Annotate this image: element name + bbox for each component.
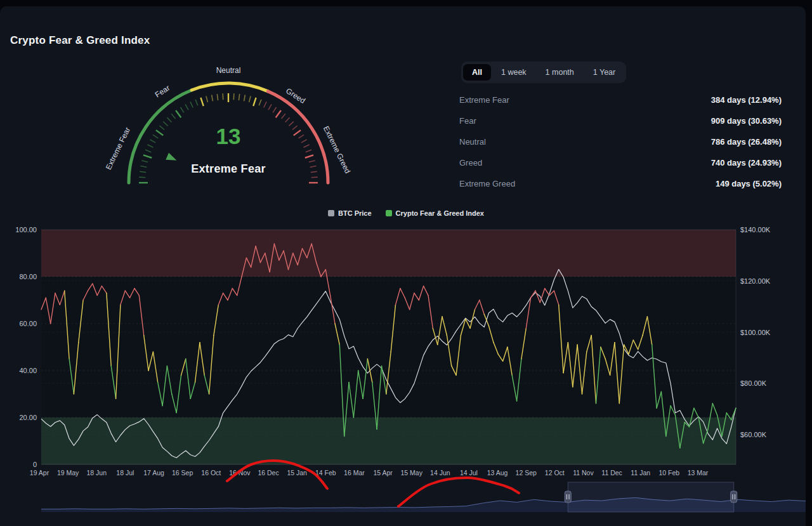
x-axis-tick-label: 14 Jul bbox=[460, 469, 478, 477]
gauge-tick bbox=[195, 100, 198, 105]
x-axis-tick-label: 13 Mar bbox=[688, 469, 709, 477]
legend-swatch-icon bbox=[386, 210, 392, 216]
gauge-tick bbox=[249, 96, 251, 102]
gauge-tick bbox=[176, 110, 181, 117]
gauge-tick bbox=[306, 150, 311, 152]
gauge-tick bbox=[180, 107, 183, 112]
gauge-tick bbox=[259, 100, 261, 105]
stat-row: Greed740 days (24.93%) bbox=[459, 152, 782, 173]
navigator-selection[interactable] bbox=[568, 482, 733, 512]
left-axis-tick-label: 100.00 bbox=[15, 226, 37, 233]
period-tabs: All1 week1 month1 Year bbox=[461, 62, 626, 83]
page-title: Crypto Fear & Greed Index bbox=[10, 34, 150, 47]
stat-row: Extreme Fear384 days (12.94%) bbox=[459, 89, 782, 110]
right-axis-tick-label: $120.00K bbox=[740, 277, 771, 285]
gauge-tick bbox=[311, 171, 317, 172]
stat-value: 786 days (26.48%) bbox=[711, 137, 782, 147]
gauge-tick bbox=[217, 94, 218, 100]
gauge-tick bbox=[185, 104, 188, 110]
stat-label: Fear bbox=[459, 116, 476, 126]
tab-1-month[interactable]: 1 month bbox=[537, 64, 583, 81]
x-axis-tick-label: 18 Jul bbox=[116, 469, 134, 477]
x-axis-tick-label: 10 Feb bbox=[659, 469, 680, 477]
gauge-tick bbox=[285, 117, 290, 122]
left-axis-tick-label: 40.00 bbox=[19, 367, 37, 374]
gauge-tick bbox=[190, 102, 193, 107]
gauge-tick bbox=[310, 166, 317, 168]
legend-item[interactable]: BTC Price bbox=[328, 209, 372, 217]
stat-value: 384 days (12.94%) bbox=[711, 95, 782, 105]
fear-greed-gauge: Extreme FearFearNeutralGreedExtreme Gree… bbox=[95, 62, 362, 195]
x-axis-tick-label: 16 Mar bbox=[344, 469, 365, 477]
fear-greed-card: Crypto Fear & Greed Index Extreme FearFe… bbox=[0, 6, 806, 526]
gauge-tick bbox=[212, 95, 213, 101]
gauge-tick bbox=[309, 161, 315, 162]
x-axis-tick-label: 11 Nov bbox=[573, 469, 594, 477]
gauge-tick bbox=[206, 96, 207, 102]
gauge-tick bbox=[171, 114, 175, 119]
threshold-band bbox=[41, 418, 736, 464]
gauge-tick bbox=[200, 98, 203, 106]
left-axis-tick-label: 80.00 bbox=[19, 273, 37, 280]
x-axis-tick-label: 16 Sep bbox=[172, 469, 193, 477]
gauge-tick bbox=[299, 135, 304, 138]
right-axis-tick-label: $100.00K bbox=[740, 329, 771, 336]
stat-label: Greed bbox=[459, 158, 482, 168]
legend-swatch-icon bbox=[328, 210, 334, 216]
gauge-tick bbox=[289, 121, 293, 126]
gauge-tick bbox=[304, 145, 310, 147]
x-axis-tick-label: 15 May bbox=[400, 469, 422, 477]
gauge-tick bbox=[143, 155, 152, 157]
stat-row: Fear909 days (30.63%) bbox=[459, 110, 782, 131]
gauge-tick bbox=[153, 135, 158, 138]
gauge-tick bbox=[159, 126, 164, 129]
chart-region: 100.0080.0060.0040.0020.000$140.00K$120.… bbox=[0, 222, 812, 520]
gauge-tick bbox=[223, 93, 223, 100]
gauge-tick bbox=[156, 130, 163, 135]
gauge-tick bbox=[264, 102, 266, 107]
stat-value: 909 days (30.63%) bbox=[711, 116, 782, 126]
x-axis-tick-label: 19 Apr bbox=[30, 469, 49, 477]
tab-all[interactable]: All bbox=[463, 64, 491, 81]
gauge-tick bbox=[163, 121, 167, 126]
right-axis-tick-label: $140.00K bbox=[740, 226, 771, 233]
tab-1-year[interactable]: 1 Year bbox=[584, 64, 624, 81]
navigator-handle[interactable] bbox=[565, 491, 571, 503]
gauge-tick bbox=[150, 140, 155, 143]
legend-label: Crypto Fear & Greed Index bbox=[396, 209, 484, 217]
stat-row: Extreme Greed149 days (5.02%) bbox=[459, 173, 782, 194]
x-axis-tick-label: 15 Jan bbox=[287, 469, 307, 477]
tab-1-week[interactable]: 1 week bbox=[492, 64, 535, 81]
gauge-tick bbox=[253, 98, 256, 106]
gauge-tick bbox=[141, 161, 148, 162]
gauge-tick bbox=[301, 140, 307, 143]
navigator-handle[interactable] bbox=[731, 491, 737, 503]
left-axis-tick-label: 0 bbox=[33, 461, 37, 468]
gauge-zone-arc bbox=[268, 91, 328, 183]
gauge-axis-label: Neutral bbox=[216, 66, 241, 75]
chart-legend: BTC PriceCrypto Fear & Greed Index bbox=[0, 209, 812, 217]
x-axis-tick-label: 14 Jun bbox=[430, 469, 450, 477]
stat-label: Extreme Fear bbox=[459, 95, 509, 105]
gauge-tick bbox=[268, 104, 272, 110]
x-axis-tick-label: 15 Apr bbox=[373, 469, 393, 477]
stat-label: Neutral bbox=[459, 137, 486, 147]
x-axis-tick-label: 17 Aug bbox=[143, 469, 164, 477]
x-axis-tick-label: 12 Oct bbox=[545, 469, 565, 477]
right-axis-tick-label: $60.00K bbox=[740, 431, 767, 438]
gauge-pointer bbox=[166, 153, 178, 164]
stat-row: Neutral786 days (26.48%) bbox=[459, 131, 782, 152]
gauge-tick bbox=[139, 177, 145, 178]
x-axis-tick-label: 16 Oct bbox=[201, 469, 221, 477]
main-chart[interactable]: 100.0080.0060.0040.0020.000$140.00K$120.… bbox=[0, 222, 812, 520]
x-axis-tick-label: 18 Jun bbox=[86, 469, 107, 477]
right-axis-tick-label: $80.00K bbox=[740, 379, 767, 387]
gauge-tick bbox=[244, 95, 246, 101]
gauge-tick bbox=[294, 130, 301, 135]
gauge-tick bbox=[145, 150, 151, 152]
gauge-zone-arc bbox=[129, 90, 192, 183]
legend-item[interactable]: Crypto Fear & Greed Index bbox=[386, 209, 484, 217]
gauge-tick bbox=[147, 145, 153, 147]
gauge-tick bbox=[282, 114, 285, 119]
gauge-tick bbox=[167, 117, 171, 122]
